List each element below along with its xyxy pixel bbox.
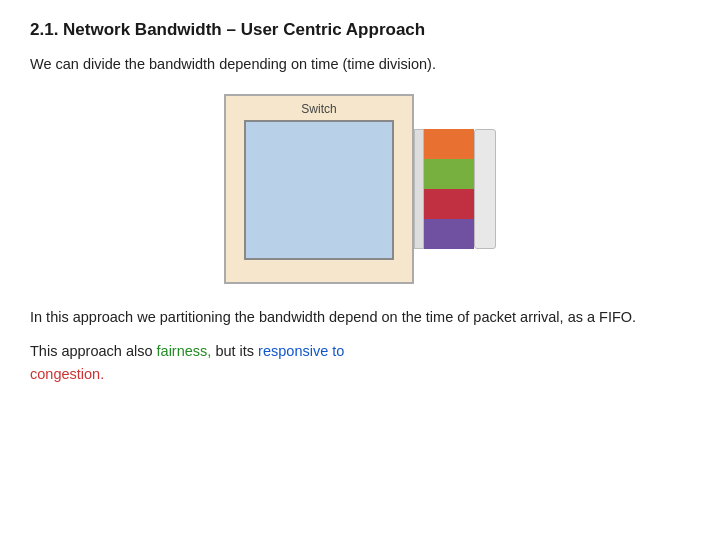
connector-strip xyxy=(414,129,424,249)
switch-inner-box xyxy=(244,120,394,260)
intro-text: We can divide the bandwidth depending on… xyxy=(30,56,436,72)
bars-stack xyxy=(424,129,474,249)
switch-box: Switch xyxy=(224,94,414,284)
body-paragraph: In this approach we partitioning the ban… xyxy=(30,306,690,328)
intro-paragraph: We can divide the bandwidth depending on… xyxy=(30,54,690,76)
section-title: 2.1. Network Bandwidth – User Centric Ap… xyxy=(30,20,690,40)
end-cap xyxy=(474,129,496,249)
body-text: In this approach we partitioning the ban… xyxy=(30,309,636,325)
color-bar-orange xyxy=(424,129,474,159)
footer-paragraph: This approach also fairness, but its res… xyxy=(30,340,690,385)
switch-label: Switch xyxy=(301,96,336,120)
footer-congestion: congestion. xyxy=(30,366,104,382)
diagram-area: Switch xyxy=(30,94,690,284)
footer-part1: This approach also xyxy=(30,343,157,359)
color-bar-green xyxy=(424,159,474,189)
color-bar-red xyxy=(424,189,474,219)
color-bars-group xyxy=(424,129,496,249)
page: 2.1. Network Bandwidth – User Centric Ap… xyxy=(0,0,720,540)
footer-fairness: fairness, xyxy=(157,343,212,359)
footer-responsive: responsive to xyxy=(258,343,344,359)
footer-part2: but its xyxy=(211,343,258,359)
color-bar-purple xyxy=(424,219,474,249)
